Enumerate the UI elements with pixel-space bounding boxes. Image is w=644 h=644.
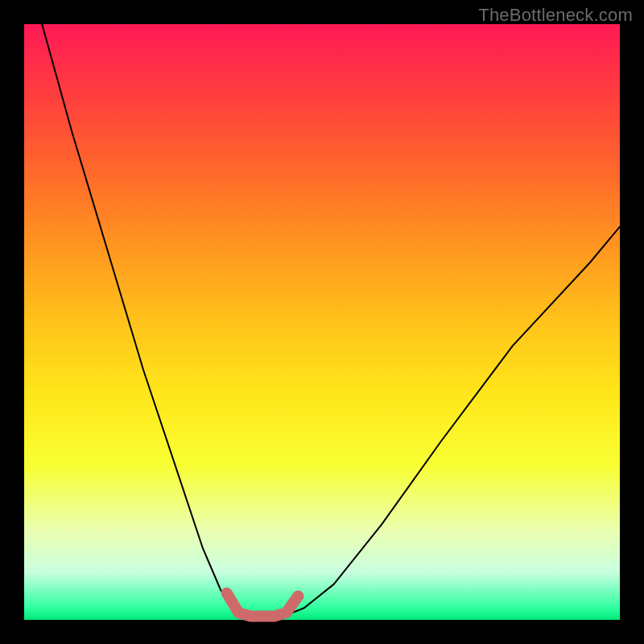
series-left-curve [42, 24, 245, 615]
chart-frame: TheBottleneck.com [0, 0, 644, 644]
plot-area [24, 24, 620, 620]
watermark-text: TheBottleneck.com [478, 5, 633, 26]
series-group [42, 24, 620, 617]
series-valley-highlight [227, 593, 299, 617]
series-right-curve [287, 227, 620, 615]
chart-svg [24, 24, 620, 620]
